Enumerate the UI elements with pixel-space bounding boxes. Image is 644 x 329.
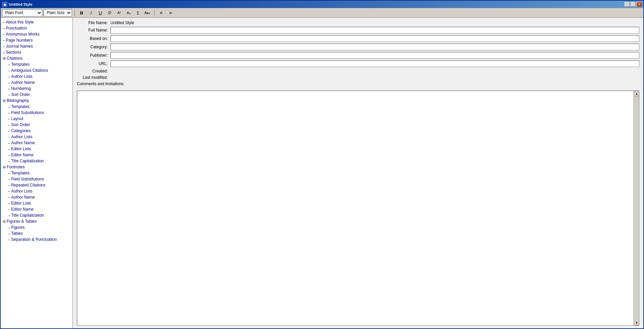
- url-input[interactable]: [110, 60, 639, 67]
- sidebar-item-numbering[interactable]: – Numbering: [1, 86, 73, 92]
- sidebar-item-bibliography-author-lists[interactable]: – Author Lists: [1, 134, 73, 140]
- underline-button[interactable]: U: [96, 9, 104, 16]
- sidebar-item-bibliography[interactable]: ⊖ Bibliography: [1, 98, 73, 104]
- url-row: URL:: [77, 60, 639, 67]
- sidebar-item-footnotes-field-substitutions[interactable]: – Field Substitutions: [1, 176, 73, 182]
- created-label: Created:: [77, 69, 110, 73]
- last-modified-label: Last modified:: [77, 75, 110, 80]
- sidebar-item-categories[interactable]: – Categories: [1, 128, 73, 134]
- form-area: File Name: Untitled Style Full Name: Bas…: [73, 18, 643, 91]
- align-right-button[interactable]: ≡: [167, 9, 175, 16]
- sidebar-tree: – About this Style – Punctuation – Anony…: [1, 18, 73, 328]
- category-label: Category:: [77, 45, 110, 49]
- sidebar-item-citations-author-lists[interactable]: – Author Lists: [1, 73, 73, 79]
- scroll-down-button[interactable]: ▼: [634, 320, 639, 325]
- file-name-value: Untitled Style: [110, 20, 639, 25]
- minimize-button[interactable]: −: [625, 2, 630, 7]
- bold-button[interactable]: B: [78, 9, 86, 16]
- sidebar-item-bibliography-sort-order[interactable]: – Sort Order: [1, 122, 73, 128]
- sidebar-item-footnotes-editor-lists[interactable]: – Editor Lists: [1, 200, 73, 206]
- italic-button[interactable]: I: [87, 9, 95, 16]
- sidebar-item-repeated-citations[interactable]: – Repeated Citations: [1, 182, 73, 188]
- based-on-row: Based on:: [77, 35, 639, 42]
- sidebar-item-footnotes-author-name[interactable]: – Author Name: [1, 194, 73, 200]
- toolbar: Plain Font Plain Size B I U P A¹ A₁ Σ Aʙ…: [1, 8, 643, 18]
- comments-textarea[interactable]: [77, 91, 634, 325]
- full-name-row: Full Name:: [77, 27, 639, 34]
- sidebar-item-separation-punctuation[interactable]: – Separation & Punctuation: [1, 236, 73, 242]
- sidebar-item-citations[interactable]: ⊖ Citations: [1, 55, 73, 61]
- publisher-label: Publisher:: [77, 53, 110, 58]
- sidebar-item-citations-sort-order[interactable]: – Sort Order: [1, 92, 73, 98]
- sidebar-item-punctuation[interactable]: – Punctuation: [1, 25, 73, 31]
- sigma-button[interactable]: Σ: [134, 9, 142, 16]
- scroll-up-button[interactable]: ▲: [634, 91, 639, 96]
- publisher-row: Publisher:: [77, 52, 639, 59]
- sidebar-item-footnotes-templates[interactable]: – Templates: [1, 170, 73, 176]
- comments-label-row: Comments and limitations:: [77, 81, 639, 86]
- category-input[interactable]: [110, 44, 639, 50]
- sidebar-item-footnotes[interactable]: ⊖ Footnotes: [1, 164, 73, 170]
- smallcaps-button[interactable]: Aʙᴄ: [143, 9, 151, 16]
- file-name-row: File Name: Untitled Style: [77, 20, 639, 25]
- sidebar-item-bibliography-title-cap[interactable]: – Title Capitalization: [1, 158, 73, 164]
- window-title: Untitled Style: [9, 2, 625, 6]
- full-name-input[interactable]: [110, 27, 639, 34]
- font-dropdown[interactable]: Plain Font: [2, 9, 42, 16]
- sidebar-item-ambiguous-citations[interactable]: – Ambiguous Citations: [1, 67, 73, 73]
- close-button[interactable]: ✕: [637, 2, 642, 7]
- sidebar-item-bibliography-field-substitutions[interactable]: – Field Substitutions: [1, 110, 73, 116]
- main-content: – About this Style – Punctuation – Anony…: [1, 18, 643, 328]
- based-on-input[interactable]: [110, 35, 639, 42]
- superscript-button[interactable]: A¹: [115, 9, 123, 16]
- comments-box: ▲ ▼: [77, 91, 639, 326]
- sidebar-item-anonymous-works[interactable]: – Anonymous Works: [1, 31, 73, 37]
- sidebar-item-footnotes-title-cap[interactable]: – Title Capitalization: [1, 212, 73, 218]
- last-modified-row: Last modified:: [77, 75, 639, 80]
- vertical-scrollbar: ▲ ▼: [634, 91, 639, 325]
- content-panel: File Name: Untitled Style Full Name: Bas…: [73, 18, 643, 328]
- sidebar-item-page-numbers[interactable]: – Page Numbers: [1, 37, 73, 43]
- sidebar-item-bibliography-author-name[interactable]: – Author Name: [1, 140, 73, 146]
- sidebar-item-citations-author-name[interactable]: – Author Name: [1, 79, 73, 86]
- subscript-button[interactable]: A₁: [125, 9, 133, 16]
- sidebar-item-citations-templates[interactable]: – Templates: [1, 61, 73, 67]
- restore-button[interactable]: □: [631, 2, 636, 7]
- sidebar-item-figures[interactable]: – Figures: [1, 224, 73, 230]
- comments-container: ▲ ▼: [73, 91, 643, 328]
- sidebar-item-tables[interactable]: – Tables: [1, 230, 73, 236]
- main-window: ◉ Untitled Style − □ ✕ Plain Font Plain …: [0, 0, 644, 329]
- full-name-label: Full Name:: [77, 28, 110, 33]
- sidebar-item-journal-names[interactable]: – Journal Names: [1, 43, 73, 49]
- sidebar-item-bibliography-templates[interactable]: – Templates: [1, 104, 73, 110]
- title-bar: ◉ Untitled Style − □ ✕: [1, 1, 643, 8]
- align-left-button[interactable]: ≡: [157, 9, 165, 16]
- comments-label: Comments and limitations:: [77, 81, 124, 86]
- app-icon: ◉: [2, 2, 7, 7]
- sidebar-item-footnotes-editor-name[interactable]: – Editor Name: [1, 206, 73, 212]
- url-label: URL:: [77, 61, 110, 66]
- sidebar-item-sections[interactable]: – Sections: [1, 49, 73, 55]
- category-row: Category:: [77, 44, 639, 50]
- sidebar-item-bibliography-editor-name[interactable]: – Editor Name: [1, 152, 73, 158]
- created-row: Created:: [77, 69, 639, 73]
- window-controls: − □ ✕: [625, 2, 642, 7]
- sidebar-item-bibliography-editor-lists[interactable]: – Editor Lists: [1, 146, 73, 152]
- sidebar-item-footnotes-author-lists[interactable]: – Author Lists: [1, 188, 73, 194]
- sidebar-item-about[interactable]: – About this Style: [1, 19, 73, 25]
- file-name-label: File Name:: [77, 20, 110, 25]
- publisher-input[interactable]: [110, 52, 639, 59]
- sidebar-item-figures-tables[interactable]: ⊖ Figures & Tables: [1, 218, 73, 224]
- sidebar-item-layout[interactable]: – Layout: [1, 116, 73, 122]
- plain-button[interactable]: P: [106, 9, 114, 16]
- based-on-label: Based on:: [77, 36, 110, 41]
- toolbar-separator-1: [75, 9, 75, 16]
- scroll-track: [634, 96, 639, 320]
- toolbar-separator-2: [154, 9, 154, 16]
- size-dropdown[interactable]: Plain Size: [44, 9, 72, 16]
